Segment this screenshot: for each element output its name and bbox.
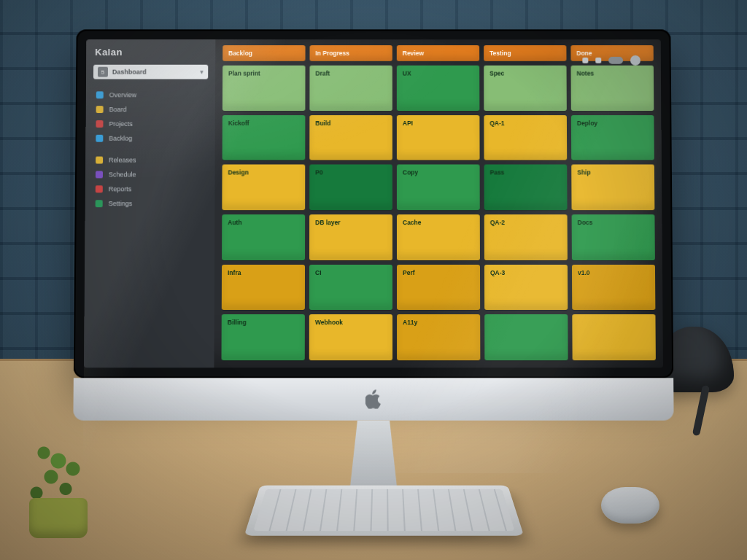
board-card[interactable]: UX	[397, 66, 480, 111]
board-card-title: Draft	[315, 70, 330, 77]
board-card-title: QA-1	[489, 120, 504, 127]
sidebar-item[interactable]: Schedule	[85, 167, 215, 182]
board-card-title: API	[403, 120, 413, 127]
chevron-down-icon: ▾	[200, 69, 204, 76]
board-card-title: QA-2	[490, 219, 505, 226]
board-card-title: Auth	[228, 219, 241, 226]
board-card-title: Webhook	[315, 319, 343, 326]
column-header[interactable]: Review	[397, 45, 479, 61]
app-brand: Kalan	[86, 39, 215, 62]
board-card-title: DB layer	[315, 219, 340, 226]
board-card-title: Plan sprint	[228, 70, 260, 77]
sidebar-item[interactable]: Board	[86, 102, 215, 117]
filter-icon[interactable]	[582, 58, 588, 63]
board-card-title: Ship	[577, 169, 590, 176]
board-main: BacklogIn ProgressReviewTestingDone Plan…	[214, 39, 663, 368]
sidebar-nav: OverviewBoardProjectsBacklogReleasesSche…	[85, 86, 215, 217]
column-header[interactable]: Testing	[484, 45, 566, 61]
workspace-label: Dashboard	[112, 69, 196, 76]
board-card[interactable]: A11y	[397, 314, 480, 360]
column-header[interactable]: In Progress	[309, 45, 392, 61]
board-card[interactable]: Copy	[397, 165, 480, 210]
board-card-title: Spec	[489, 70, 504, 77]
sidebar-item[interactable]: Settings	[85, 196, 215, 211]
sidebar-item-label: Backlog	[109, 135, 132, 142]
workspace-badge: 5	[98, 67, 108, 77]
board-card-title: v1.0	[578, 269, 590, 276]
view-toggle[interactable]	[608, 57, 623, 64]
board-card[interactable]: Billing	[222, 314, 305, 360]
sidebar-item-label: Releases	[109, 157, 136, 164]
color-swatch-icon	[96, 106, 104, 113]
board-card[interactable]: QA-2	[484, 214, 568, 260]
app-window: Kalan 5 Dashboard ▾ OverviewBoardProject…	[84, 39, 663, 368]
calendar-swatch-icon	[96, 157, 103, 164]
sidebar-item[interactable]: Overview	[86, 88, 215, 102]
board-card-title: Notes	[576, 70, 594, 77]
board-card-title: Perf	[403, 269, 415, 276]
sidebar-item-label: Settings	[109, 200, 133, 207]
board-card-title: Docs	[578, 219, 593, 226]
imac-monitor: Kalan 5 Dashboard ▾ OverviewBoardProject…	[72, 29, 674, 516]
board-card-title: Deploy	[577, 120, 597, 127]
apple-logo-icon	[365, 389, 382, 408]
sidebar-item-label: Board	[109, 106, 127, 113]
board-card[interactable]: QA-1	[484, 115, 567, 160]
board-card-title: Infra	[228, 269, 241, 276]
board-card[interactable]: QA-3	[484, 265, 568, 311]
sidebar-item-label: Overview	[109, 91, 136, 98]
column-header[interactable]: Backlog	[222, 45, 305, 61]
board-card[interactable]: Deploy	[571, 115, 654, 160]
monitor-bezel: Kalan 5 Dashboard ▾ OverviewBoardProject…	[74, 29, 673, 378]
color-swatch-icon	[96, 91, 104, 98]
board-card[interactable]: Webhook	[309, 314, 392, 360]
sidebar-item-label: Projects	[109, 120, 132, 128]
board-card[interactable]: v1.0	[572, 265, 655, 311]
board-card[interactable]	[572, 314, 656, 360]
color-swatch-icon	[96, 120, 103, 128]
board-card[interactable]: Plan sprint	[222, 66, 306, 111]
board-card[interactable]: Draft	[309, 66, 392, 111]
sidebar-item-label: Schedule	[109, 171, 136, 178]
board-card[interactable]	[484, 314, 568, 360]
board-card-title: UX	[403, 70, 411, 77]
workspace-selector[interactable]: 5 Dashboard ▾	[93, 65, 208, 79]
board-card[interactable]: Perf	[397, 265, 480, 311]
sidebar-item-label: Reports	[109, 185, 132, 192]
sidebar-item[interactable]: Reports	[85, 182, 215, 196]
board-card[interactable]: Auth	[222, 214, 305, 260]
sort-icon[interactable]	[595, 58, 601, 63]
board-card-title: P0	[315, 169, 322, 176]
board-card[interactable]: Infra	[222, 265, 305, 311]
color-swatch-icon	[96, 185, 103, 192]
board-card[interactable]: CI	[309, 265, 392, 311]
board-card[interactable]: Pass	[484, 165, 568, 210]
board-card-title: QA-3	[490, 269, 505, 276]
keyboard	[244, 486, 525, 536]
board-card-title: Cache	[403, 219, 421, 226]
board-card-title: Copy	[403, 169, 418, 176]
avatar[interactable]	[630, 55, 640, 66]
board-card-title: Pass	[490, 169, 505, 176]
board-card[interactable]: Docs	[572, 214, 655, 260]
board-card[interactable]: Spec	[484, 66, 567, 111]
scene-photo: Kalan 5 Dashboard ▾ OverviewBoardProject…	[0, 0, 747, 560]
board-card[interactable]: Design	[222, 165, 305, 210]
sidebar: Kalan 5 Dashboard ▾ OverviewBoardProject…	[84, 39, 215, 368]
board-card-title: Kickoff	[228, 120, 249, 127]
sidebar-item[interactable]: Backlog	[85, 131, 214, 146]
board-card[interactable]: P0	[309, 165, 392, 210]
color-swatch-icon	[96, 171, 103, 178]
monitor-chin	[73, 378, 673, 420]
board-card[interactable]: Cache	[397, 214, 480, 260]
board-card[interactable]: Build	[309, 115, 392, 160]
board-grid: Plan sprintDraftUXSpecNotesKickoffBuildA…	[214, 66, 663, 368]
sidebar-item[interactable]: Projects	[85, 117, 214, 131]
sidebar-item[interactable]: Releases	[85, 153, 215, 168]
board-card-title: Build	[315, 120, 330, 127]
board-card[interactable]: Ship	[571, 165, 654, 210]
board-card[interactable]: Notes	[571, 66, 654, 111]
board-card[interactable]: Kickoff	[222, 115, 306, 160]
board-card[interactable]: DB layer	[309, 214, 392, 260]
board-card[interactable]: API	[397, 115, 480, 160]
